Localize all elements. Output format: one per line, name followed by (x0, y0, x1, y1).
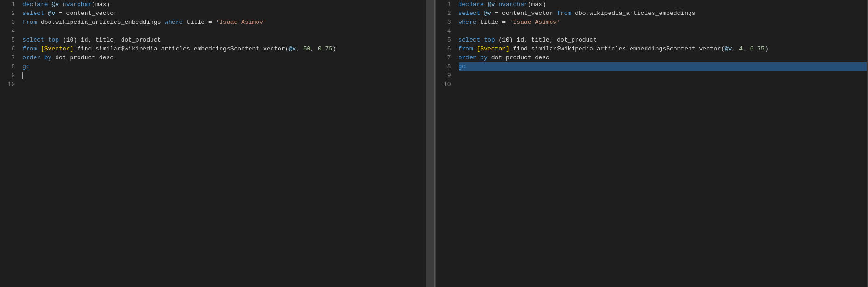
code-line (459, 27, 867, 36)
line-number: 8 (0, 62, 15, 71)
line-number: 5 (0, 36, 15, 44)
right-editor-pane[interactable]: 12345678910 declare @v nvarchar(max)sele… (436, 0, 868, 287)
line-number: 9 (436, 71, 451, 80)
line-number: 7 (436, 53, 451, 62)
line-number: 2 (436, 9, 451, 18)
code-line: declare @v nvarchar(max) (459, 0, 867, 9)
line-number: 8 (436, 62, 451, 71)
code-line (459, 80, 867, 89)
line-number: 10 (436, 80, 451, 89)
code-line (22, 80, 426, 89)
line-number: 1 (0, 0, 15, 9)
line-number: 5 (436, 36, 451, 44)
code-line: order by dot_product desc (459, 53, 867, 62)
line-number: 3 (436, 18, 451, 27)
code-line: from dbo.wikipedia_articles_embeddings w… (22, 18, 426, 27)
code-line: order by dot_product desc (22, 53, 426, 62)
code-line (22, 71, 426, 80)
left-editor-pane[interactable]: 12345678910 declare @v nvarchar(max)sele… (0, 0, 432, 287)
code-line: where title = 'Isaac Asimov' (459, 18, 867, 27)
code-line: select @v = content_vector (22, 9, 426, 18)
code-line: select top (10) id, title, dot_product (459, 36, 867, 44)
left-line-numbers: 12345678910 (0, 0, 19, 287)
pane-divider[interactable] (432, 0, 436, 287)
line-number: 10 (0, 80, 15, 89)
code-line (22, 27, 426, 36)
line-number: 4 (436, 27, 451, 36)
left-scrollbar[interactable] (426, 0, 432, 287)
line-number: 2 (0, 9, 15, 18)
line-number: 1 (436, 0, 451, 9)
line-number: 6 (0, 44, 15, 53)
code-line: declare @v nvarchar(max) (22, 0, 426, 9)
right-code-area[interactable]: declare @v nvarchar(max)select @v = cont… (455, 0, 867, 287)
code-line: go (22, 62, 426, 71)
line-number: 7 (0, 53, 15, 62)
left-code-area[interactable]: declare @v nvarchar(max)select @v = cont… (19, 0, 426, 287)
code-line: from [$vector].find_similar$wikipedia_ar… (459, 44, 867, 53)
code-line (459, 71, 867, 80)
line-number: 9 (0, 71, 15, 80)
code-line: from [$vector].find_similar$wikipedia_ar… (22, 44, 426, 53)
code-line: select @v = content_vector from dbo.wiki… (459, 9, 867, 18)
line-number: 3 (0, 18, 15, 27)
code-line: select top (10) id, title, dot_product (22, 36, 426, 44)
right-line-numbers: 12345678910 (436, 0, 455, 287)
line-number: 6 (436, 44, 451, 53)
line-number: 4 (0, 27, 15, 36)
code-line: go (459, 62, 867, 71)
